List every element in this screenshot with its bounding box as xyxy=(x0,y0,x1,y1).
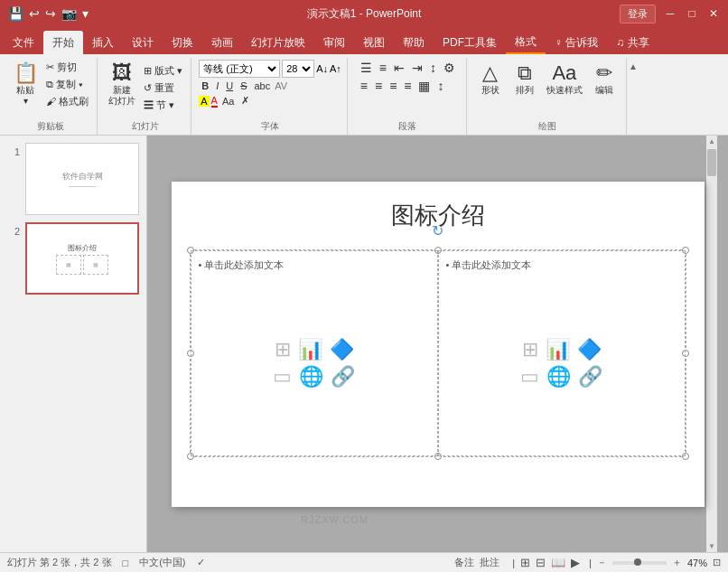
decrease-indent-button[interactable]: ⇤ xyxy=(391,60,407,76)
align-center-button[interactable]: ≡ xyxy=(372,78,385,94)
smartart-icon-left[interactable]: 🔷 xyxy=(330,338,354,361)
scroll-thumb[interactable] xyxy=(707,149,716,176)
align-right-button[interactable]: ≡ xyxy=(387,78,399,94)
online-icon-left[interactable]: 🌐 xyxy=(299,365,323,389)
table-icon-left[interactable]: ⊞ xyxy=(275,338,291,361)
rotate-handle[interactable]: ↻ xyxy=(432,222,443,239)
table-icon-right[interactable]: ⊞ xyxy=(522,338,538,361)
edit-button[interactable]: ✏ 编辑 xyxy=(588,60,621,98)
zoom-in-button[interactable]: ＋ xyxy=(672,556,682,569)
screenshot-icon[interactable]: 📷 xyxy=(61,5,78,22)
media-icon-right[interactable]: ▭ xyxy=(520,365,539,389)
media-icon-left[interactable]: ▭ xyxy=(273,365,292,389)
layout-button[interactable]: ⊞ 版式 ▾ xyxy=(141,63,185,79)
italic-button[interactable]: I xyxy=(213,80,221,92)
copy-button[interactable]: ⧉ 复制 ▾ xyxy=(43,77,91,92)
right-content-box[interactable]: • 单击此处添加文本 ⊞ 📊 🔷 ▭ 🌐 🔗 xyxy=(438,250,686,456)
normal-view-button[interactable]: ⊞ xyxy=(520,556,530,569)
font-name-select[interactable]: 等线 (正文) xyxy=(199,60,280,78)
scrollbar-right[interactable]: ▲ ▼ xyxy=(706,136,717,552)
zoom-slider[interactable] xyxy=(612,561,667,565)
font-size-decrease[interactable]: A↓ xyxy=(316,63,328,74)
convert-smartart-button[interactable]: ⚙ xyxy=(441,60,458,76)
line-spacing-button[interactable]: ↕ xyxy=(434,78,446,94)
tab-home[interactable]: 开始 xyxy=(43,31,83,54)
fit-page-button[interactable]: ⊡ xyxy=(713,557,721,568)
spellcheck-icon[interactable]: ✓ xyxy=(197,557,205,568)
tab-slideshow[interactable]: 幻灯片放映 xyxy=(242,31,314,54)
minimize-button[interactable]: ─ xyxy=(663,6,677,21)
slide-sorter-button[interactable]: ⊟ xyxy=(536,556,546,569)
shapes-button[interactable]: △ 形状 xyxy=(474,60,507,98)
maximize-button[interactable]: □ xyxy=(685,6,699,21)
shadow-button[interactable]: abc xyxy=(252,80,274,92)
scroll-up-arrow[interactable]: ▲ xyxy=(706,136,717,147)
slideshow-button[interactable]: ▶ xyxy=(571,556,580,569)
online-icon-right[interactable]: 🌐 xyxy=(546,365,571,389)
justify-button[interactable]: ≡ xyxy=(401,78,414,94)
align-left-button[interactable]: ≡ xyxy=(358,78,370,94)
char-spacing-button[interactable]: AV xyxy=(275,80,287,91)
tab-design[interactable]: 设计 xyxy=(123,31,163,54)
font-size-select[interactable]: 28 xyxy=(282,60,314,78)
save-icon[interactable]: 💾 xyxy=(7,5,24,22)
comments-button[interactable]: 批注 xyxy=(480,556,499,569)
quick-styles-button[interactable]: Aa 快速样式 xyxy=(543,60,586,98)
scroll-down-arrow[interactable]: ▼ xyxy=(706,540,717,552)
link-icon-left[interactable]: 🔗 xyxy=(331,365,355,389)
columns-button[interactable]: ▦ xyxy=(415,78,433,94)
slide-preview-2[interactable]: 图标介绍 ▦ ▦ xyxy=(25,222,139,295)
cut-button[interactable]: ✂ 剪切 xyxy=(43,60,91,75)
ribbon-collapse[interactable]: ▲ xyxy=(629,58,638,135)
tab-share[interactable]: ♫ 共享 xyxy=(607,31,658,54)
qat-dropdown-icon[interactable]: ▾ xyxy=(81,5,89,22)
text-direction-button[interactable]: ↕ xyxy=(427,60,439,76)
para-row-1: ☰ ≡ ⇤ ⇥ ↕ ⚙ xyxy=(358,60,458,76)
change-case-button[interactable]: Aa xyxy=(219,95,237,108)
slide-thumb-2[interactable]: 2 图标介绍 ▦ ▦ xyxy=(7,222,139,295)
tab-transitions[interactable]: 切换 xyxy=(163,31,202,54)
tab-help[interactable]: 帮助 xyxy=(394,31,434,54)
slide-thumb-1[interactable]: 1 软件自学网 xyxy=(7,143,139,215)
smartart-icon-right[interactable]: 🔷 xyxy=(577,338,602,361)
tab-view[interactable]: 视图 xyxy=(354,31,394,54)
font-size-increase[interactable]: A↑ xyxy=(330,63,341,74)
reset-button[interactable]: ↺ 重置 xyxy=(141,80,185,96)
undo-icon[interactable]: ↩ xyxy=(28,5,41,22)
zoom-out-button[interactable]: － xyxy=(597,556,607,569)
tab-insert[interactable]: 插入 xyxy=(83,31,123,54)
chart-icon-right[interactable]: 📊 xyxy=(546,338,570,361)
underline-button[interactable]: U xyxy=(223,80,236,92)
status-icon-1[interactable]: □ xyxy=(123,558,129,568)
tab-tellme[interactable]: ♀ 告诉我 xyxy=(546,31,607,54)
format-painter-button[interactable]: 🖌 格式刷 xyxy=(43,94,91,109)
notes-button[interactable]: 备注 xyxy=(454,556,474,569)
tab-format[interactable]: 格式 xyxy=(506,31,546,54)
tab-pdf[interactable]: PDF工具集 xyxy=(434,31,506,54)
link-icon-right[interactable]: 🔗 xyxy=(578,365,602,389)
chart-icon-left[interactable]: 📊 xyxy=(298,338,322,361)
arrange-button[interactable]: ⧉ 排列 xyxy=(509,60,541,98)
tab-animations[interactable]: 动画 xyxy=(202,31,242,54)
increase-indent-button[interactable]: ⇥ xyxy=(409,60,425,76)
left-content-box[interactable]: • 单击此处添加文本 ⊞ 📊 🔷 ▭ 🌐 🔗 xyxy=(191,250,438,456)
font-color-button[interactable]: A xyxy=(211,95,218,108)
paste-button[interactable]: 📋 粘贴 ▾ xyxy=(9,60,42,108)
close-button[interactable]: ✕ xyxy=(706,6,721,21)
login-button[interactable]: 登录 xyxy=(620,5,656,23)
new-slide-button[interactable]: 🖼 新建幻灯片 xyxy=(105,60,139,108)
slide-preview-1[interactable]: 软件自学网 xyxy=(25,143,139,215)
tab-file[interactable]: 文件 xyxy=(4,31,43,54)
clear-format-button[interactable]: ✗ xyxy=(238,94,252,108)
numbered-list-button[interactable]: ≡ xyxy=(377,60,389,76)
slide-num-1: 1 xyxy=(7,146,20,157)
tab-review[interactable]: 审阅 xyxy=(314,31,354,54)
strikethrough-button[interactable]: S xyxy=(238,80,249,92)
reading-view-button[interactable]: 📖 xyxy=(551,556,565,569)
redo-icon[interactable]: ↪ xyxy=(44,5,57,22)
section-button[interactable]: ☰ 节 ▾ xyxy=(141,98,185,113)
bullet-list-button[interactable]: ☰ xyxy=(358,60,375,76)
language-label: 中文(中国) xyxy=(139,556,185,569)
highlight-button[interactable]: A xyxy=(199,96,209,107)
bold-button[interactable]: B xyxy=(199,80,211,92)
